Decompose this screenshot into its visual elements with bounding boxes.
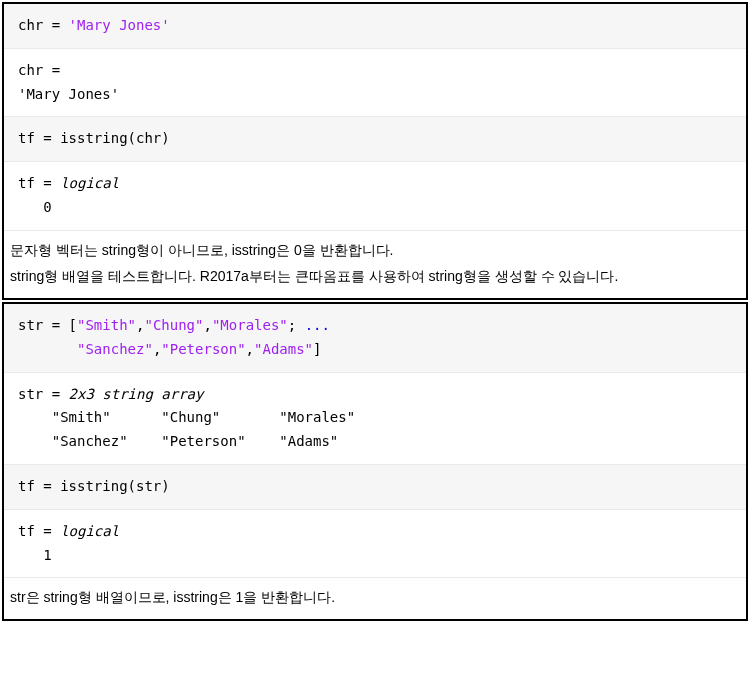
output-value: 0 — [18, 199, 52, 215]
example-panel-1: chr = 'Mary Jones' chr = 'Mary Jones' tf… — [2, 2, 748, 300]
code-input-isstring-chr: tf = isstring(chr) — [4, 117, 746, 162]
output-line: 'Mary Jones' — [18, 86, 119, 102]
code-output-str: str = 2x3 string array "Smith" "Chung" "… — [4, 373, 746, 465]
output-line: tf = — [18, 523, 60, 539]
description-text-2: str은 string형 배열이므로, isstring은 1을 반환합니다. — [4, 578, 746, 619]
code-text: tf = isstring(chr) — [18, 130, 170, 146]
code-input-isstring-str: tf = isstring(str) — [4, 465, 746, 510]
code-text: str = [ — [18, 317, 77, 333]
output-row: "Sanchez" "Peterson" "Adams" — [18, 433, 338, 449]
desc-line-1: 문자형 벡터는 string형이 아니므로, isstring은 0을 반환합니… — [10, 237, 740, 264]
desc-line: str은 string형 배열이므로, isstring은 1을 반환합니다. — [10, 589, 335, 605]
output-row: "Smith" "Chung" "Morales" — [18, 409, 355, 425]
desc-line-2: string형 배열을 테스트합니다. R2017a부터는 큰따옴표를 사용하여… — [10, 263, 740, 290]
code-output-tf-chr: tf = logical 0 — [4, 162, 746, 231]
code-input-chr-assign: chr = 'Mary Jones' — [4, 4, 746, 49]
code-string-literal: 'Mary Jones' — [69, 17, 170, 33]
dqstr: "Sanchez" — [77, 341, 153, 357]
output-line: tf = — [18, 175, 60, 191]
dqstr: "Peterson" — [161, 341, 245, 357]
code-text: tf = isstring(str) — [18, 478, 170, 494]
output-line: str = — [18, 386, 69, 402]
description-text: 문자형 벡터는 string형이 아니므로, isstring은 0을 반환합니… — [4, 231, 746, 298]
output-value: 1 — [18, 547, 52, 563]
dqstr: "Morales" — [212, 317, 288, 333]
code-output-chr: chr = 'Mary Jones' — [4, 49, 746, 118]
dqstr: "Chung" — [144, 317, 203, 333]
code-text: chr = — [18, 17, 69, 33]
code-output-tf-str: tf = logical 1 — [4, 510, 746, 579]
code-input-str-assign: str = ["Smith","Chung","Morales"; ... "S… — [4, 304, 746, 373]
dqstr: "Adams" — [254, 341, 313, 357]
output-type: 2x3 string array — [69, 386, 204, 402]
output-type: logical — [60, 175, 119, 191]
line-continuation: ... — [305, 317, 330, 333]
output-line: chr = — [18, 62, 60, 78]
output-type: logical — [60, 523, 119, 539]
dqstr: "Smith" — [77, 317, 136, 333]
example-panel-2: str = ["Smith","Chung","Morales"; ... "S… — [2, 302, 748, 621]
